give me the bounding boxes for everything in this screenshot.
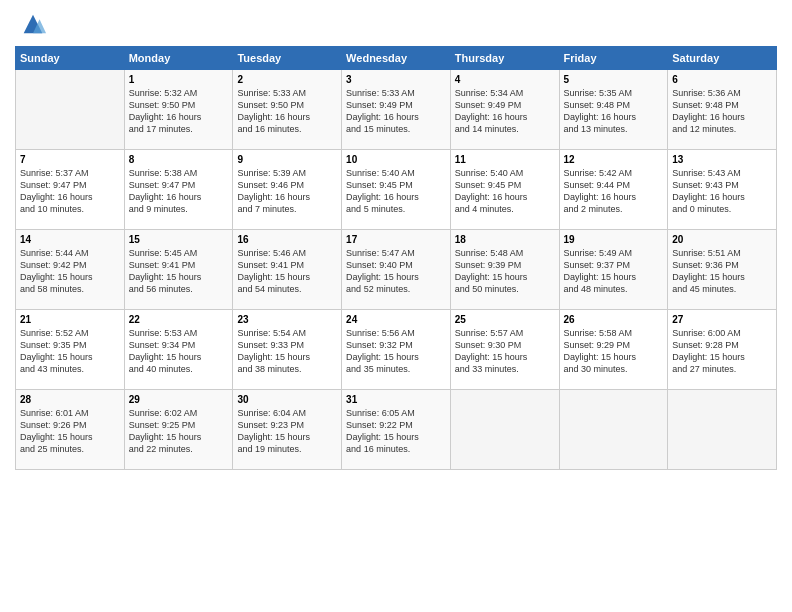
day-info: Sunrise: 5:53 AMSunset: 9:34 PMDaylight:…: [129, 327, 229, 376]
calendar-week-row: 1Sunrise: 5:32 AMSunset: 9:50 PMDaylight…: [16, 70, 777, 150]
calendar-cell: 22Sunrise: 5:53 AMSunset: 9:34 PMDayligh…: [124, 310, 233, 390]
day-info: Sunrise: 5:54 AMSunset: 9:33 PMDaylight:…: [237, 327, 337, 376]
day-info: Sunrise: 5:51 AMSunset: 9:36 PMDaylight:…: [672, 247, 772, 296]
day-number: 30: [237, 394, 337, 405]
day-info: Sunrise: 5:43 AMSunset: 9:43 PMDaylight:…: [672, 167, 772, 216]
day-info: Sunrise: 5:42 AMSunset: 9:44 PMDaylight:…: [564, 167, 664, 216]
day-info: Sunrise: 5:48 AMSunset: 9:39 PMDaylight:…: [455, 247, 555, 296]
day-number: 19: [564, 234, 664, 245]
calendar-week-row: 14Sunrise: 5:44 AMSunset: 9:42 PMDayligh…: [16, 230, 777, 310]
weekday-header: Saturday: [668, 47, 777, 70]
calendar-cell: 4Sunrise: 5:34 AMSunset: 9:49 PMDaylight…: [450, 70, 559, 150]
day-info: Sunrise: 5:36 AMSunset: 9:48 PMDaylight:…: [672, 87, 772, 136]
calendar-cell: 11Sunrise: 5:40 AMSunset: 9:45 PMDayligh…: [450, 150, 559, 230]
calendar-cell: 23Sunrise: 5:54 AMSunset: 9:33 PMDayligh…: [233, 310, 342, 390]
day-info: Sunrise: 5:45 AMSunset: 9:41 PMDaylight:…: [129, 247, 229, 296]
calendar-cell: 20Sunrise: 5:51 AMSunset: 9:36 PMDayligh…: [668, 230, 777, 310]
day-info: Sunrise: 5:39 AMSunset: 9:46 PMDaylight:…: [237, 167, 337, 216]
day-number: 27: [672, 314, 772, 325]
day-number: 25: [455, 314, 555, 325]
day-info: Sunrise: 5:57 AMSunset: 9:30 PMDaylight:…: [455, 327, 555, 376]
calendar-cell: 17Sunrise: 5:47 AMSunset: 9:40 PMDayligh…: [342, 230, 451, 310]
day-number: 3: [346, 74, 446, 85]
day-number: 17: [346, 234, 446, 245]
calendar-cell: [668, 390, 777, 470]
calendar-cell: 3Sunrise: 5:33 AMSunset: 9:49 PMDaylight…: [342, 70, 451, 150]
day-info: Sunrise: 6:02 AMSunset: 9:25 PMDaylight:…: [129, 407, 229, 456]
day-info: Sunrise: 5:49 AMSunset: 9:37 PMDaylight:…: [564, 247, 664, 296]
calendar-week-row: 28Sunrise: 6:01 AMSunset: 9:26 PMDayligh…: [16, 390, 777, 470]
day-number: 18: [455, 234, 555, 245]
weekday-header: Monday: [124, 47, 233, 70]
calendar-cell: [16, 70, 125, 150]
day-number: 13: [672, 154, 772, 165]
day-info: Sunrise: 5:32 AMSunset: 9:50 PMDaylight:…: [129, 87, 229, 136]
weekday-header: Sunday: [16, 47, 125, 70]
weekday-header: Wednesday: [342, 47, 451, 70]
calendar-table: SundayMondayTuesdayWednesdayThursdayFrid…: [15, 46, 777, 470]
day-info: Sunrise: 5:46 AMSunset: 9:41 PMDaylight:…: [237, 247, 337, 296]
calendar-cell: 24Sunrise: 5:56 AMSunset: 9:32 PMDayligh…: [342, 310, 451, 390]
calendar-cell: 29Sunrise: 6:02 AMSunset: 9:25 PMDayligh…: [124, 390, 233, 470]
calendar-cell: 30Sunrise: 6:04 AMSunset: 9:23 PMDayligh…: [233, 390, 342, 470]
day-info: Sunrise: 5:44 AMSunset: 9:42 PMDaylight:…: [20, 247, 120, 296]
day-info: Sunrise: 5:37 AMSunset: 9:47 PMDaylight:…: [20, 167, 120, 216]
calendar-header-row: SundayMondayTuesdayWednesdayThursdayFrid…: [16, 47, 777, 70]
day-number: 31: [346, 394, 446, 405]
calendar-cell: 15Sunrise: 5:45 AMSunset: 9:41 PMDayligh…: [124, 230, 233, 310]
calendar-cell: 9Sunrise: 5:39 AMSunset: 9:46 PMDaylight…: [233, 150, 342, 230]
day-info: Sunrise: 6:05 AMSunset: 9:22 PMDaylight:…: [346, 407, 446, 456]
day-number: 7: [20, 154, 120, 165]
day-number: 2: [237, 74, 337, 85]
day-number: 4: [455, 74, 555, 85]
page-header: [15, 10, 777, 38]
calendar-cell: 27Sunrise: 6:00 AMSunset: 9:28 PMDayligh…: [668, 310, 777, 390]
day-number: 16: [237, 234, 337, 245]
day-info: Sunrise: 5:33 AMSunset: 9:50 PMDaylight:…: [237, 87, 337, 136]
day-number: 26: [564, 314, 664, 325]
day-number: 24: [346, 314, 446, 325]
calendar-cell: 16Sunrise: 5:46 AMSunset: 9:41 PMDayligh…: [233, 230, 342, 310]
calendar-cell: 8Sunrise: 5:38 AMSunset: 9:47 PMDaylight…: [124, 150, 233, 230]
day-info: Sunrise: 5:35 AMSunset: 9:48 PMDaylight:…: [564, 87, 664, 136]
day-number: 1: [129, 74, 229, 85]
day-info: Sunrise: 6:01 AMSunset: 9:26 PMDaylight:…: [20, 407, 120, 456]
calendar-cell: 18Sunrise: 5:48 AMSunset: 9:39 PMDayligh…: [450, 230, 559, 310]
calendar-cell: 12Sunrise: 5:42 AMSunset: 9:44 PMDayligh…: [559, 150, 668, 230]
day-info: Sunrise: 5:47 AMSunset: 9:40 PMDaylight:…: [346, 247, 446, 296]
logo: [15, 10, 47, 38]
day-number: 12: [564, 154, 664, 165]
calendar-cell: 2Sunrise: 5:33 AMSunset: 9:50 PMDaylight…: [233, 70, 342, 150]
weekday-header: Tuesday: [233, 47, 342, 70]
day-info: Sunrise: 5:34 AMSunset: 9:49 PMDaylight:…: [455, 87, 555, 136]
day-info: Sunrise: 5:58 AMSunset: 9:29 PMDaylight:…: [564, 327, 664, 376]
day-number: 22: [129, 314, 229, 325]
calendar-cell: 7Sunrise: 5:37 AMSunset: 9:47 PMDaylight…: [16, 150, 125, 230]
day-number: 15: [129, 234, 229, 245]
day-number: 14: [20, 234, 120, 245]
calendar-week-row: 7Sunrise: 5:37 AMSunset: 9:47 PMDaylight…: [16, 150, 777, 230]
day-info: Sunrise: 5:33 AMSunset: 9:49 PMDaylight:…: [346, 87, 446, 136]
calendar-cell: 25Sunrise: 5:57 AMSunset: 9:30 PMDayligh…: [450, 310, 559, 390]
day-number: 10: [346, 154, 446, 165]
calendar-cell: 14Sunrise: 5:44 AMSunset: 9:42 PMDayligh…: [16, 230, 125, 310]
calendar-cell: [450, 390, 559, 470]
calendar-cell: 10Sunrise: 5:40 AMSunset: 9:45 PMDayligh…: [342, 150, 451, 230]
day-number: 28: [20, 394, 120, 405]
calendar-cell: 31Sunrise: 6:05 AMSunset: 9:22 PMDayligh…: [342, 390, 451, 470]
day-number: 23: [237, 314, 337, 325]
calendar-cell: 13Sunrise: 5:43 AMSunset: 9:43 PMDayligh…: [668, 150, 777, 230]
calendar-cell: 28Sunrise: 6:01 AMSunset: 9:26 PMDayligh…: [16, 390, 125, 470]
day-number: 6: [672, 74, 772, 85]
calendar-cell: 5Sunrise: 5:35 AMSunset: 9:48 PMDaylight…: [559, 70, 668, 150]
day-info: Sunrise: 5:56 AMSunset: 9:32 PMDaylight:…: [346, 327, 446, 376]
day-info: Sunrise: 5:38 AMSunset: 9:47 PMDaylight:…: [129, 167, 229, 216]
day-number: 29: [129, 394, 229, 405]
day-number: 9: [237, 154, 337, 165]
calendar-cell: 26Sunrise: 5:58 AMSunset: 9:29 PMDayligh…: [559, 310, 668, 390]
weekday-header: Thursday: [450, 47, 559, 70]
calendar-week-row: 21Sunrise: 5:52 AMSunset: 9:35 PMDayligh…: [16, 310, 777, 390]
day-number: 21: [20, 314, 120, 325]
day-info: Sunrise: 6:00 AMSunset: 9:28 PMDaylight:…: [672, 327, 772, 376]
day-number: 8: [129, 154, 229, 165]
